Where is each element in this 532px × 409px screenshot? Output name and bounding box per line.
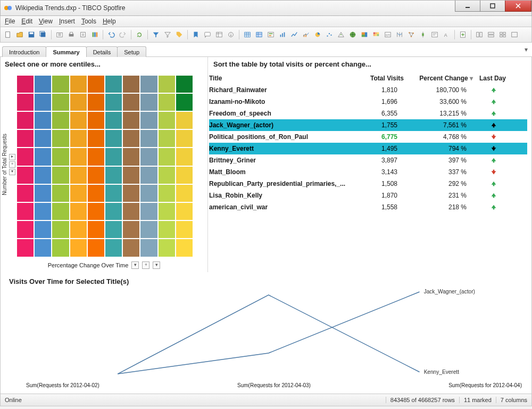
heatmap-cell[interactable] [140,94,157,111]
heatmap-cell[interactable] [35,203,51,220]
heatmap-cell[interactable] [140,130,157,147]
linechart-icon[interactable] [289,29,300,40]
table-row[interactable]: Freedom_of_speech6,35513,215 % [209,108,527,119]
print-icon[interactable] [66,29,77,40]
heatmap-cell[interactable] [88,239,104,256]
heatmap-cell[interactable] [140,76,157,93]
table-row[interactable]: Izanami-no-Mikoto1,69633,600 % [209,96,527,108]
heatmap-cell[interactable] [35,221,51,238]
heatmap-cell[interactable] [70,94,87,111]
add-data-icon[interactable] [54,29,65,40]
table-row[interactable]: Brittney_Griner3,897397 % [209,154,527,166]
heatmap-cell[interactable] [123,203,139,220]
heatmap-cell[interactable] [105,185,122,202]
heatmap-cell[interactable] [159,148,175,165]
heatmap-cell[interactable] [88,112,104,129]
boxplot-icon[interactable] [418,29,428,40]
heatmap-cell[interactable] [105,112,122,129]
heatmap-cell[interactable] [70,130,87,147]
heatmap-cell[interactable] [70,76,87,93]
minimize-button[interactable] [455,1,480,12]
heatmap-cell[interactable] [176,185,193,202]
heatmap-cell[interactable] [70,112,87,129]
heatmap-cell[interactable] [70,203,87,220]
library-icon[interactable] [89,29,100,40]
summarytable-icon[interactable] [429,29,440,40]
heatmap-cell[interactable] [159,130,175,147]
heatmap-cell[interactable] [35,185,51,202]
heatmap-cell[interactable] [88,203,104,220]
treemap-icon[interactable] [359,29,370,40]
table-row[interactable]: Kenny_Everett1,495794 % [209,143,527,154]
tabs-overflow-icon[interactable]: ▾ [525,46,528,53]
heatmap-cell[interactable] [70,221,87,238]
heatmap-cell[interactable] [35,130,51,147]
graphicaltable-icon[interactable] [265,29,276,40]
menu-view[interactable]: View [39,18,53,25]
piechart-icon[interactable] [312,29,323,40]
heatmap-cell[interactable] [70,148,87,165]
heatmap-cell[interactable] [123,148,139,165]
heatmap-cell[interactable] [140,185,157,202]
heatmap-cell[interactable] [140,167,157,184]
heatmap-cell[interactable] [140,148,157,165]
tab-introduction[interactable]: Introduction [2,46,46,57]
heatmap-cell[interactable] [35,76,51,93]
header-lastday[interactable]: Last Day [475,75,512,82]
heatmap-cell[interactable] [105,239,122,256]
heatmap-cell[interactable] [105,221,122,238]
linechart-area[interactable]: 1300120011001000900800700600500400300200… [26,287,522,382]
heatmap-cell[interactable] [123,76,139,93]
heatmap-cell[interactable] [17,167,34,184]
heatmap-cell[interactable] [52,76,69,93]
new-icon[interactable] [3,29,13,40]
plus-icon[interactable]: + [142,261,149,269]
heatmap-cell[interactable] [176,148,193,165]
arrange-sidebyside-icon[interactable] [474,29,485,40]
heatmap-cell[interactable] [17,239,34,256]
redo-icon[interactable] [118,29,128,40]
heatmap-cell[interactable] [52,167,69,184]
heatmap-cell[interactable] [35,239,51,256]
heatmap-cell[interactable] [52,239,69,256]
heatmap-cell[interactable] [88,130,104,147]
open-icon[interactable] [14,29,25,40]
heatmap-cell[interactable] [70,239,87,256]
heatmap-cell[interactable] [17,148,34,165]
triangle-icon[interactable]: ▾ [9,169,15,175]
heatmap-cell[interactable] [123,112,139,129]
heatmap-cell[interactable] [159,221,175,238]
heatmap-cell[interactable] [52,203,69,220]
text-area-icon[interactable]: A [441,29,452,40]
heatmap-cell[interactable] [88,221,104,238]
scatter-icon[interactable] [324,29,335,40]
heatmap-cell[interactable] [88,167,104,184]
table-row[interactable]: Matt_Bloom3,143337 % [209,166,527,178]
heatmap-cell[interactable] [52,130,69,147]
menu-file[interactable]: File [5,18,15,25]
table-viz-icon[interactable] [242,29,253,40]
heatmap-cell[interactable] [35,112,51,129]
arrange-max-icon[interactable] [509,29,520,40]
export-icon[interactable] [78,29,88,40]
bookmark-icon[interactable] [190,29,201,40]
heatmap-cell[interactable] [52,148,69,165]
heatmap-cell[interactable] [123,94,139,111]
details-icon[interactable] [226,29,236,40]
heatmap-cell[interactable] [17,221,34,238]
table-row[interactable]: Richard_Rainwater1,810180,700 % [209,84,527,96]
maximize-button[interactable] [480,1,505,12]
heatmap-cell[interactable] [88,76,104,93]
table-row[interactable]: Lisa_Robin_Kelly1,870231 % [209,190,527,201]
heatmap-cell[interactable] [176,167,193,184]
plus-icon[interactable]: + [9,161,15,168]
header-pct[interactable]: Percent Change ▾ [406,75,475,82]
save-icon[interactable] [26,29,37,40]
heatmap-cell[interactable] [35,148,51,165]
heatmap-cell[interactable] [176,112,193,129]
menu-tools[interactable]: Tools [81,18,96,25]
kpichart-icon[interactable]: KPI [383,29,393,40]
heatmap-cell[interactable] [176,239,193,256]
heatmap-cell[interactable] [123,239,139,256]
arrange-stacked-icon[interactable] [486,29,496,40]
